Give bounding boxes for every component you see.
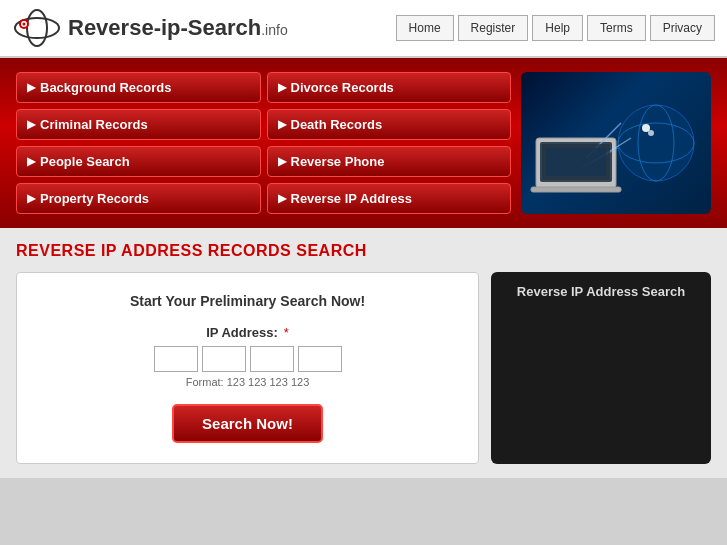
info-box-title: Reverse IP Address Search: [517, 284, 685, 299]
main-content: REVERSE IP ADDRESS RECORDS SEARCH Start …: [0, 228, 727, 478]
bottom-strip: [0, 478, 727, 508]
ip-segment-1[interactable]: [154, 346, 198, 372]
ip-label-row: IP Address: *: [206, 325, 289, 340]
arrow-icon: ▶: [278, 155, 286, 168]
logo-main-text: Reverse-ip-Search: [68, 15, 261, 40]
arrow-icon: ▶: [27, 192, 35, 205]
svg-point-1: [27, 10, 47, 46]
logo-suffix: .info: [261, 22, 287, 38]
svg-point-8: [642, 124, 650, 132]
banner: ▶ Background Records ▶ Divorce Records ▶…: [0, 58, 727, 228]
logo-text: Reverse-ip-Search.info: [68, 15, 288, 41]
menu-property-records[interactable]: ▶ Property Records: [16, 183, 261, 214]
search-now-button[interactable]: Search Now!: [172, 404, 323, 443]
nav-help-button[interactable]: Help: [532, 15, 583, 41]
menu-item-label: Divorce Records: [291, 80, 394, 95]
ip-label: IP Address:: [206, 325, 278, 340]
nav-register-button[interactable]: Register: [458, 15, 529, 41]
menu-death-records[interactable]: ▶ Death Records: [267, 109, 512, 140]
menu-item-label: People Search: [40, 154, 130, 169]
menu-people-search[interactable]: ▶ People Search: [16, 146, 261, 177]
menu-item-label: Death Records: [291, 117, 383, 132]
required-star: *: [284, 325, 289, 340]
arrow-icon: ▶: [27, 118, 35, 131]
menu-divorce-records[interactable]: ▶ Divorce Records: [267, 72, 512, 103]
svg-point-4: [23, 23, 26, 26]
svg-point-5: [618, 105, 694, 181]
info-box: Reverse IP Address Search: [491, 272, 711, 464]
menu-item-label: Reverse IP Address: [291, 191, 412, 206]
arrow-icon: ▶: [27, 155, 35, 168]
menu-item-label: Background Records: [40, 80, 171, 95]
arrow-icon: ▶: [27, 81, 35, 94]
nav-privacy-button[interactable]: Privacy: [650, 15, 715, 41]
svg-rect-17: [546, 148, 606, 176]
arrow-icon: ▶: [278, 81, 286, 94]
arrow-icon: ▶: [278, 118, 286, 131]
menu-item-label: Property Records: [40, 191, 149, 206]
search-area: Start Your Preliminary Search Now! IP Ad…: [16, 272, 711, 464]
menu-grid: ▶ Background Records ▶ Divorce Records ▶…: [16, 72, 511, 214]
nav-home-button[interactable]: Home: [396, 15, 454, 41]
menu-item-label: Reverse Phone: [291, 154, 385, 169]
svg-point-9: [648, 130, 654, 136]
logo-area: Reverse-ip-Search.info: [12, 8, 288, 48]
menu-reverse-ip-address[interactable]: ▶ Reverse IP Address: [267, 183, 512, 214]
ip-segment-2[interactable]: [202, 346, 246, 372]
header: Reverse-ip-Search.info Home Register Hel…: [0, 0, 727, 58]
menu-reverse-phone[interactable]: ▶ Reverse Phone: [267, 146, 512, 177]
arrow-icon: ▶: [278, 192, 286, 205]
menu-criminal-records[interactable]: ▶ Criminal Records: [16, 109, 261, 140]
ip-segment-3[interactable]: [250, 346, 294, 372]
ip-format-hint: Format: 123 123 123 123: [186, 376, 310, 388]
menu-background-records[interactable]: ▶ Background Records: [16, 72, 261, 103]
menu-item-label: Criminal Records: [40, 117, 148, 132]
banner-image: [521, 72, 711, 214]
form-title: Start Your Preliminary Search Now!: [130, 293, 365, 309]
ip-inputs: [154, 346, 342, 372]
section-title: REVERSE IP ADDRESS RECORDS SEARCH: [16, 242, 711, 260]
ip-segment-4[interactable]: [298, 346, 342, 372]
banner-illustration: [526, 83, 706, 203]
svg-rect-12: [531, 187, 621, 192]
nav-terms-button[interactable]: Terms: [587, 15, 646, 41]
search-form-box: Start Your Preliminary Search Now! IP Ad…: [16, 272, 479, 464]
logo-icon: [12, 8, 62, 48]
nav-buttons: Home Register Help Terms Privacy: [396, 15, 715, 41]
